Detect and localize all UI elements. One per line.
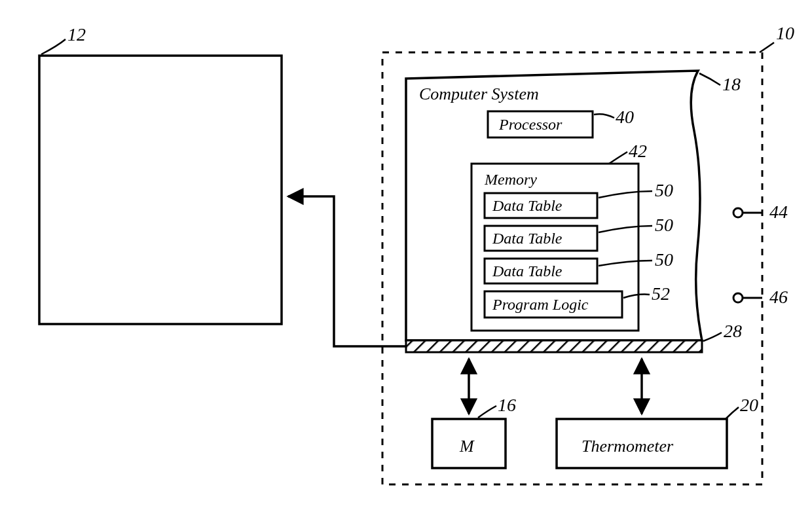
- ref-50c: 50: [655, 249, 673, 270]
- pin-44: [733, 208, 743, 217]
- bus-bar: [406, 340, 702, 352]
- data-table-3-label: Data Table: [492, 263, 563, 280]
- ref-12: 12: [67, 24, 86, 45]
- ref-10: 10: [776, 23, 794, 43]
- ref-50b: 50: [655, 215, 673, 235]
- data-table-1-label: Data Table: [492, 197, 563, 214]
- ref-16: 16: [498, 395, 516, 415]
- program-logic-label: Program Logic: [492, 296, 589, 313]
- memory-label: Memory: [484, 171, 537, 188]
- data-table-2-label: Data Table: [492, 230, 563, 247]
- ref-42: 42: [629, 141, 647, 161]
- pin-46: [733, 293, 743, 302]
- m-label: M: [459, 437, 475, 456]
- ref-20: 20: [740, 395, 758, 415]
- connector-bus-device: [288, 196, 406, 346]
- computer-system-label: Computer System: [419, 84, 539, 103]
- ref-44: 44: [769, 202, 788, 222]
- ref-18: 18: [722, 74, 741, 94]
- diagram-canvas: 12 10 Computer System 18 Processor 40 Me…: [0, 0, 812, 508]
- ref-46: 46: [769, 287, 788, 307]
- ref-28: 28: [724, 321, 742, 341]
- thermometer-label: Thermometer: [581, 437, 674, 456]
- ref-40: 40: [616, 107, 634, 127]
- ref-52: 52: [652, 283, 670, 304]
- device-box: [39, 56, 282, 324]
- processor-label: Processor: [498, 116, 563, 133]
- ref-50a: 50: [655, 180, 673, 200]
